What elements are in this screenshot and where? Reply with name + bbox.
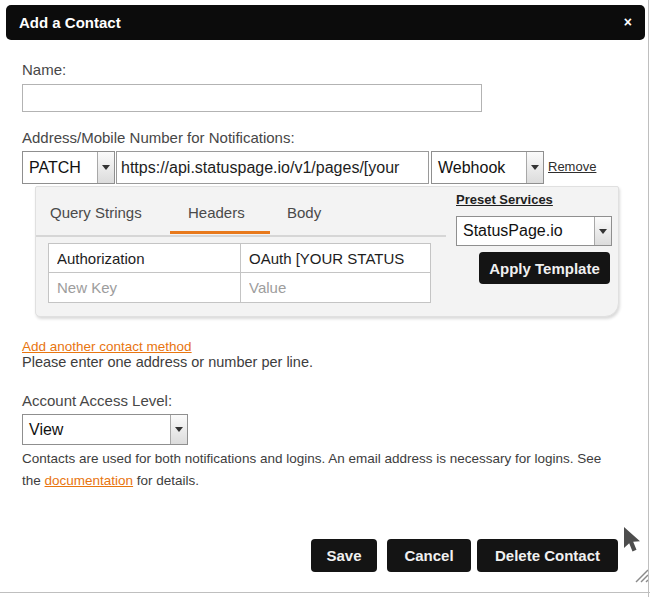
access-level-select[interactable]: View: [22, 414, 188, 445]
dialog-right-edge[interactable]: [648, 0, 649, 597]
add-contact-dialog: Add a Contact × Name: Address/Mobile Num…: [0, 0, 652, 597]
access-level-select-value: View: [23, 415, 170, 444]
remove-contact-link[interactable]: Remove: [548, 159, 596, 174]
chevron-down-icon: [594, 217, 611, 245]
access-level-label: Account Access Level:: [22, 392, 172, 409]
preset-services-label: Preset Services: [456, 192, 553, 207]
name-input[interactable]: [22, 84, 482, 112]
dialog-title: Add a Contact: [19, 5, 121, 40]
preset-services-select-value: StatusPage.io: [457, 217, 594, 245]
http-method-select[interactable]: PATCH: [22, 151, 115, 184]
footer-note: Contacts are used for both notifications…: [22, 448, 614, 491]
close-icon[interactable]: ×: [624, 5, 632, 40]
active-tab-underline: [170, 231, 270, 234]
chevron-down-icon: [526, 152, 543, 183]
apply-template-button[interactable]: Apply Template: [479, 252, 610, 284]
chevron-down-icon: [170, 415, 187, 444]
tab-divider: [36, 235, 446, 237]
tab-body[interactable]: Body: [287, 204, 321, 221]
address-hint-text: Please enter one address or number per l…: [22, 354, 313, 370]
chevron-down-icon: [97, 152, 114, 183]
contact-type-select[interactable]: Webhook: [431, 151, 544, 184]
dialog-titlebar[interactable]: Add a Contact ×: [6, 5, 645, 40]
header-key-input[interactable]: [48, 243, 241, 273]
http-method-select-value: PATCH: [23, 152, 97, 183]
save-button[interactable]: Save: [311, 539, 377, 572]
contact-type-select-value: Webhook: [432, 152, 526, 183]
header-value-input[interactable]: [240, 243, 431, 273]
add-another-contact-link[interactable]: Add another contact method: [22, 339, 192, 354]
name-label: Name:: [22, 61, 66, 78]
documentation-link[interactable]: documentation: [45, 473, 134, 488]
tab-headers[interactable]: Headers: [188, 204, 245, 221]
webhook-url-input[interactable]: [116, 151, 429, 184]
new-header-key-input[interactable]: [48, 272, 241, 303]
cancel-button[interactable]: Cancel: [387, 539, 471, 572]
footer-note-text-after: for details.: [133, 473, 199, 488]
tab-query-strings[interactable]: Query Strings: [50, 204, 142, 221]
dialog-bottom-edge[interactable]: [0, 592, 650, 593]
preset-services-select[interactable]: StatusPage.io: [456, 216, 612, 246]
new-header-value-input[interactable]: [240, 272, 431, 303]
address-label: Address/Mobile Number for Notifications:: [22, 129, 295, 146]
delete-contact-button[interactable]: Delete Contact: [477, 539, 618, 572]
mouse-cursor-icon: [621, 526, 643, 556]
